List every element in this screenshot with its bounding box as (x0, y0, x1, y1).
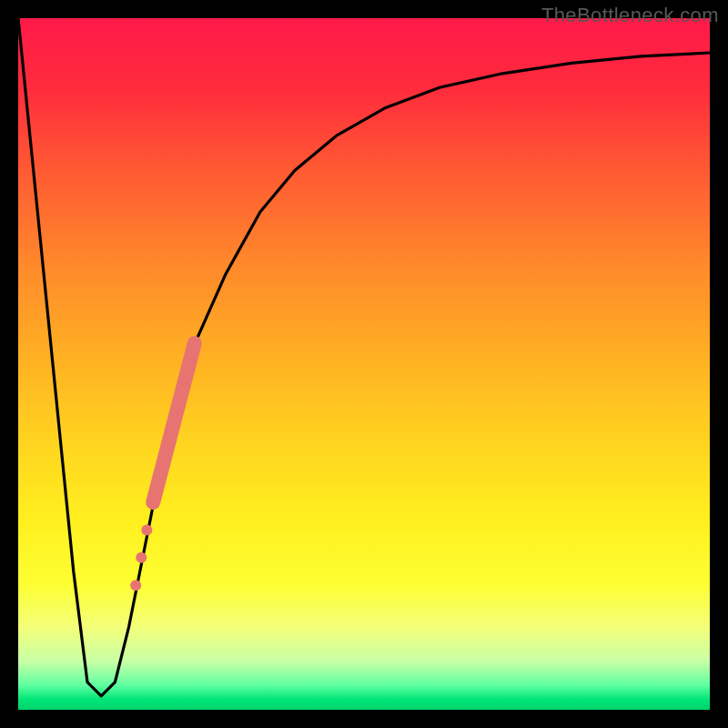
chart-svg (18, 18, 710, 710)
highlight-dot (141, 524, 152, 535)
chart-stage: TheBottleneck.com (0, 0, 728, 728)
highlight-dot (136, 552, 147, 563)
plot-area (18, 18, 710, 710)
highlight-dot (130, 580, 141, 591)
watermark-text: TheBottleneck.com (541, 4, 719, 27)
bottleneck-curve (18, 18, 710, 696)
highlight-thick-segment (153, 343, 195, 502)
highlight-dots (130, 524, 152, 591)
